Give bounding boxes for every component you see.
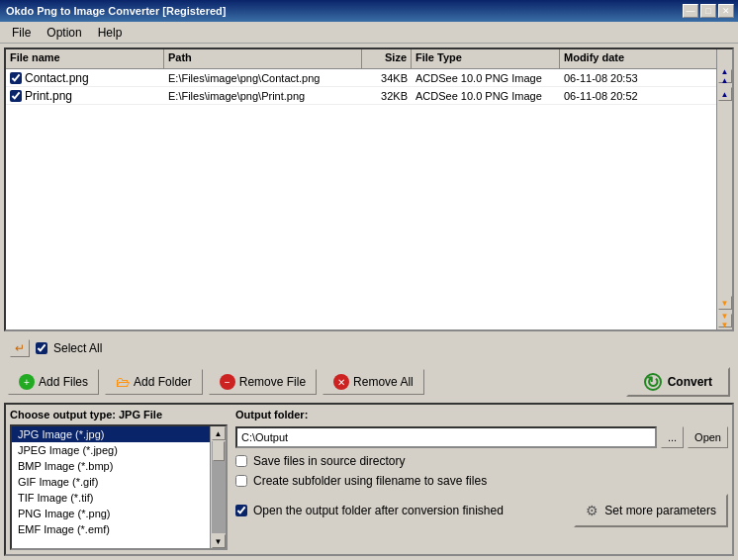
file-cell-size-1: 32KB: [362, 89, 412, 103]
remove-file-button[interactable]: − Remove File: [209, 369, 317, 395]
back-button[interactable]: ↵: [10, 339, 30, 357]
remove-file-icon: −: [220, 374, 235, 390]
col-header-filename: File name: [6, 49, 164, 68]
scroll-down-button[interactable]: ▼: [718, 296, 732, 310]
output-type-section: Choose output type: JPG File JPG Image (…: [10, 409, 228, 550]
scroll-up-button[interactable]: ▲: [718, 87, 732, 101]
open-after-conversion-label: Open the output folder after conversion …: [253, 504, 504, 517]
convert-label: Convert: [668, 375, 712, 389]
toolbar: + Add Files 🗁 Add Folder − Remove File ✕…: [4, 365, 734, 399]
save-in-source-label: Save files in source directory: [253, 454, 405, 468]
file-cell-name-0: Contact.png: [6, 70, 164, 86]
close-button[interactable]: ✕: [718, 4, 734, 18]
list-item[interactable]: JPG Image (*.jpg): [12, 426, 210, 442]
save-in-source-row: Save files in source directory: [235, 454, 728, 468]
add-folder-icon: 🗁: [116, 374, 130, 390]
menu-help[interactable]: Help: [90, 24, 131, 42]
file-cell-name-1: Print.png: [6, 88, 164, 104]
list-item[interactable]: JPEG Image (*.jpeg): [12, 442, 210, 458]
list-item[interactable]: BMP Image (*.bmp): [12, 458, 210, 474]
set-params-button[interactable]: ⚙ Set more parameters: [574, 494, 728, 527]
open-after-conversion-row: Open the output folder after conversion …: [235, 504, 504, 517]
file-cell-date-0: 06-11-08 20:53: [560, 71, 716, 85]
output-type-label: Choose output type: JPG File: [10, 409, 228, 420]
file-cell-type-1: ACDSee 10.0 PNG Image: [412, 89, 560, 103]
file-checkbox-1[interactable]: [10, 90, 22, 102]
window-controls: — □ ✕: [683, 4, 734, 18]
file-list-scrollbar: ▲▲ ▲ ▼ ▼▼: [716, 49, 732, 329]
scroll-bottom-button[interactable]: ▼▼: [718, 314, 732, 327]
listbox-scroll-track: [212, 441, 226, 533]
output-folder-section: Output folder: ... Open Save files in so…: [235, 409, 728, 550]
remove-all-button[interactable]: ✕ Remove All: [323, 369, 424, 395]
file-cell-size-0: 34KB: [362, 71, 412, 85]
col-header-size: Size: [362, 49, 412, 68]
open-after-conversion-checkbox[interactable]: [235, 505, 247, 516]
file-list-container: File name Path Size File Type Modify dat…: [4, 47, 734, 331]
remove-file-label: Remove File: [239, 375, 306, 389]
col-header-filetype: File Type: [412, 49, 560, 68]
main-window: File name Path Size File Type Modify dat…: [0, 44, 738, 560]
col-header-path: Path: [164, 49, 362, 68]
set-params-label: Set more parameters: [604, 504, 716, 517]
folder-path-row: ... Open: [235, 426, 728, 448]
list-item[interactable]: PNG Image (*.png): [12, 506, 210, 521]
create-subfolder-row: Create subfolder using filename to save …: [235, 474, 728, 488]
output-type-listbox[interactable]: JPG Image (*.jpg) JPEG Image (*.jpeg) BM…: [12, 426, 210, 548]
list-item[interactable]: EMF Image (*.emf): [12, 521, 210, 537]
listbox-scrollbar: ▲ ▼: [210, 426, 226, 548]
add-files-label: Add Files: [39, 375, 88, 389]
gear-icon: ⚙: [586, 503, 599, 518]
menu-file[interactable]: File: [4, 24, 39, 42]
back-icon: ↵: [15, 341, 25, 355]
select-all-checkbox[interactable]: [36, 342, 47, 354]
file-list-body: Contact.png E:\Files\image\png\Contact.p…: [6, 69, 716, 329]
output-folder-input[interactable]: [235, 426, 657, 448]
list-item[interactable]: GIF Image (*.gif): [12, 474, 210, 490]
file-checkbox-0[interactable]: [10, 72, 22, 84]
table-row: Print.png E:\Files\image\png\Print.png 3…: [6, 87, 716, 105]
select-all-row: ↵ Select All: [4, 335, 734, 361]
convert-button[interactable]: ↻ Convert: [626, 367, 730, 397]
bottom-panel: Choose output type: JPG File JPG Image (…: [4, 403, 734, 556]
add-folder-label: Add Folder: [134, 375, 192, 389]
listbox-scroll-up[interactable]: ▲: [212, 426, 226, 440]
file-list-header: File name Path Size File Type Modify dat…: [6, 49, 732, 69]
save-in-source-checkbox[interactable]: [235, 455, 247, 467]
output-type-listbox-container: JPG Image (*.jpg) JPEG Image (*.jpeg) BM…: [10, 424, 228, 550]
file-cell-type-0: ACDSee 10.0 PNG Image: [412, 71, 560, 85]
app-title: Okdo Png to Image Converter [Registered]: [6, 5, 226, 17]
listbox-scroll-thumb[interactable]: [213, 441, 225, 461]
browse-button[interactable]: ...: [661, 426, 684, 448]
remove-all-label: Remove All: [353, 375, 414, 389]
scroll-top-button[interactable]: ▲▲: [718, 69, 732, 83]
col-header-moddate: Modify date: [560, 49, 732, 68]
title-bar: Okdo Png to Image Converter [Registered]…: [0, 0, 738, 22]
add-files-icon: +: [19, 374, 35, 390]
convert-icon: ↻: [644, 373, 662, 391]
select-all-label: Select All: [53, 341, 102, 355]
menu-bar: File Option Help: [0, 22, 738, 44]
file-cell-path-0: E:\Files\image\png\Contact.png: [164, 71, 362, 85]
output-folder-label: Output folder:: [235, 409, 728, 420]
table-row: Contact.png E:\Files\image\png\Contact.p…: [6, 69, 716, 87]
minimize-button[interactable]: —: [683, 4, 698, 18]
maximize-button[interactable]: □: [700, 4, 716, 18]
list-item[interactable]: TIF Image (*.tif): [12, 490, 210, 506]
open-button[interactable]: Open: [688, 426, 728, 448]
add-files-button[interactable]: + Add Files: [8, 369, 99, 395]
file-cell-path-1: E:\Files\image\png\Print.png: [164, 89, 362, 103]
create-subfolder-checkbox[interactable]: [235, 475, 247, 487]
file-cell-date-1: 06-11-08 20:52: [560, 89, 716, 103]
create-subfolder-label: Create subfolder using filename to save …: [253, 474, 487, 488]
add-folder-button[interactable]: 🗁 Add Folder: [105, 369, 203, 395]
menu-option[interactable]: Option: [39, 24, 89, 42]
listbox-scroll-down[interactable]: ▼: [212, 534, 226, 548]
remove-all-icon: ✕: [333, 374, 349, 390]
